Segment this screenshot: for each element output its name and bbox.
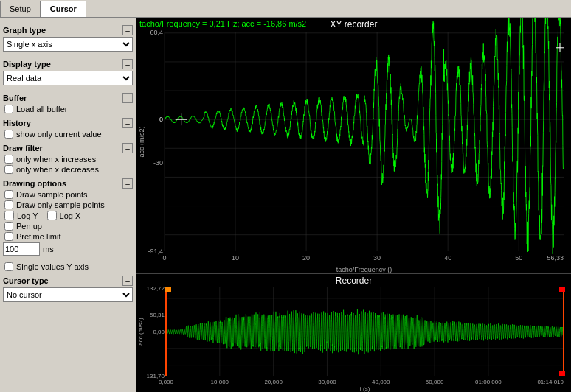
title-bar: Setup Cursor — [0, 0, 571, 18]
chart-info: tacho/Frequency = 0,21 Hz; acc = -16,86 … — [139, 19, 306, 28]
cursor-type-collapse[interactable]: – — [122, 276, 133, 286]
pen-up-checkbox[interactable] — [4, 222, 13, 231]
recorder-canvas — [136, 274, 571, 392]
draw-only-sample-points-checkbox[interactable] — [4, 200, 13, 209]
single-values-y-label: Single values Y axis — [16, 262, 89, 271]
draw-sample-points-checkbox[interactable] — [4, 190, 13, 199]
draw-filter-collapse[interactable]: – — [122, 143, 133, 153]
only-x-decreases-row: only when x decreases — [3, 165, 133, 174]
graph-type-title: Graph type — [3, 26, 46, 35]
pretime-limit-checkbox[interactable] — [4, 232, 13, 241]
draw-filter-section: Draw filter – — [3, 143, 133, 153]
xy-recorder-chart: tacho/Frequency = 0,21 Hz; acc = -16,86 … — [136, 18, 571, 274]
draw-only-sample-points-row: Draw only sample points — [3, 200, 133, 209]
draw-sample-points-row: Draw sample points — [3, 190, 133, 199]
xy-recorder-title: XY recorder — [331, 19, 378, 29]
only-x-decreases-checkbox[interactable] — [4, 165, 13, 174]
pen-up-row: Pen up — [3, 222, 133, 231]
main-content: Graph type – Single x axis Display type … — [0, 18, 571, 392]
right-panel: tacho/Frequency = 0,21 Hz; acc = -16,86 … — [136, 18, 571, 392]
separator — [3, 259, 133, 259]
draw-only-sample-points-label: Draw only sample points — [16, 200, 105, 209]
draw-filter-title: Draw filter — [3, 144, 43, 153]
recorder-chart: Recorder — [136, 274, 571, 392]
cursor-type-select[interactable]: No cursor — [3, 287, 133, 302]
drawing-options-collapse[interactable]: – — [122, 178, 133, 189]
load-all-buffer-label: Load all buffer — [16, 105, 68, 113]
only-x-increases-row: only when x increases — [3, 155, 133, 164]
cursor-type-title: Cursor type — [3, 276, 49, 285]
only-x-increases-label: only when x increases — [16, 155, 96, 164]
only-x-increases-checkbox[interactable] — [4, 155, 13, 164]
graph-type-select[interactable]: Single x axis — [3, 37, 133, 52]
show-only-current-row: show only current value — [3, 130, 133, 139]
drawing-options-section: Drawing options – — [3, 178, 133, 189]
graph-type-section: Graph type – — [3, 25, 133, 35]
left-panel: Graph type – Single x axis Display type … — [0, 18, 136, 392]
log-x-label: Log X — [60, 211, 81, 220]
display-type-select[interactable]: Real data — [3, 71, 133, 85]
log-x-checkbox[interactable] — [47, 211, 57, 220]
buffer-title: Buffer — [3, 94, 27, 102]
display-type-collapse[interactable]: – — [122, 59, 133, 69]
log-y-label: Log Y — [17, 211, 38, 220]
recorder-title: Recorder — [336, 276, 372, 286]
only-x-decreases-label: only when x decreases — [16, 165, 99, 174]
log-y-checkbox[interactable] — [4, 211, 14, 220]
history-section: History – — [3, 118, 133, 128]
tab-setup[interactable]: Setup — [0, 1, 41, 17]
xy-recorder-canvas — [136, 18, 571, 273]
pen-up-label: Pen up — [16, 222, 42, 231]
pretime-value-input[interactable] — [3, 242, 40, 256]
single-values-y-row: Single values Y axis — [3, 262, 133, 271]
load-all-buffer-row: Load all buffer — [3, 105, 133, 113]
show-only-current-checkbox[interactable] — [4, 130, 13, 139]
show-only-current-label: show only current value — [16, 130, 102, 139]
buffer-collapse[interactable]: – — [122, 93, 133, 103]
cursor-type-section: Cursor type – — [3, 276, 133, 286]
pretime-value-row: ms — [3, 242, 133, 256]
tab-cursor[interactable]: Cursor — [41, 1, 86, 17]
pretime-limit-row: Pretime limit — [3, 232, 133, 241]
drawing-options-title: Drawing options — [3, 179, 66, 188]
graph-type-collapse[interactable]: – — [122, 25, 133, 35]
load-all-buffer-checkbox[interactable] — [4, 105, 13, 113]
display-type-title: Display type — [3, 60, 51, 69]
single-values-y-checkbox[interactable] — [4, 262, 13, 271]
pretime-limit-label: Pretime limit — [16, 232, 61, 241]
history-title: History — [3, 119, 31, 127]
history-collapse[interactable]: – — [122, 118, 133, 128]
display-type-section: Display type – — [3, 59, 133, 69]
buffer-section: Buffer – — [3, 93, 133, 103]
log-row: Log Y Log X — [3, 211, 133, 220]
ms-label: ms — [43, 245, 54, 253]
draw-sample-points-label: Draw sample points — [16, 190, 88, 199]
